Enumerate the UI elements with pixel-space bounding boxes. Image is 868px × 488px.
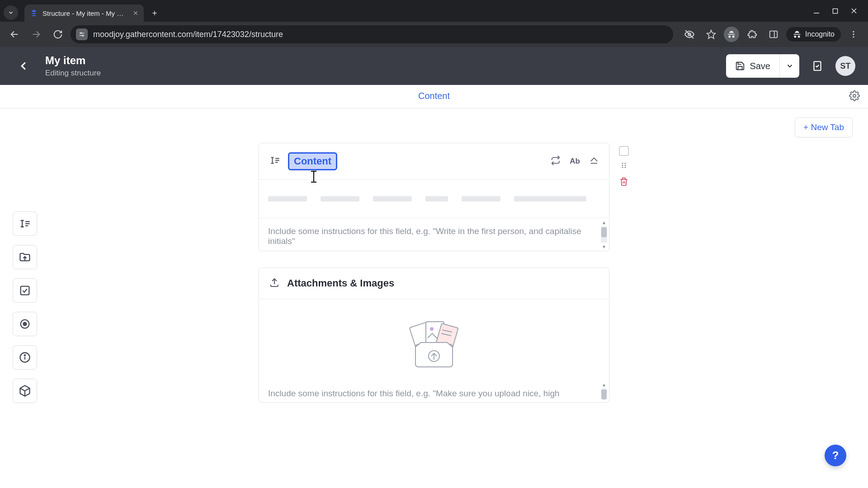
- arrow-right-icon: [31, 29, 41, 39]
- tab-search-button[interactable]: [4, 5, 18, 20]
- svg-point-40: [622, 167, 623, 168]
- instruction-input[interactable]: Include some instructions for this field…: [259, 218, 609, 251]
- browser-chrome: Structure - My item - My websi ✕ moodjoy…: [0, 0, 868, 47]
- eye-off-button[interactable]: [680, 25, 698, 43]
- side-panel-button[interactable]: [764, 25, 783, 43]
- new-tab-button[interactable]: [148, 7, 161, 19]
- svg-point-10: [80, 33, 82, 34]
- toolbar-right: Incognito: [680, 25, 863, 43]
- close-tab-icon[interactable]: ✕: [133, 9, 138, 17]
- svg-point-38: [622, 165, 623, 166]
- limit-toggle[interactable]: [589, 155, 599, 167]
- chevron-down-icon: [8, 9, 14, 16]
- incognito-label: Incognito: [805, 30, 835, 38]
- field-header: Attachments & Images: [259, 268, 609, 299]
- format-toggle[interactable]: Ab: [570, 157, 580, 166]
- tab-title: Structure - My item - My websi: [42, 9, 128, 17]
- svg-point-41: [625, 167, 626, 168]
- address-bar[interactable]: moodjoy.gathercontent.com/item/17423032/…: [71, 25, 673, 43]
- document-check-icon: [811, 60, 823, 72]
- instruction-placeholder: Include some instructions for this field…: [268, 389, 560, 398]
- instruction-placeholder: Include some instructions for this field…: [268, 226, 581, 246]
- text-field-icon: [269, 155, 281, 168]
- select-field-checkbox[interactable]: [619, 146, 629, 156]
- kebab-icon: [849, 30, 858, 39]
- grip-icon: [620, 161, 628, 169]
- help-button[interactable]: ?: [825, 445, 846, 466]
- gear-icon: [849, 90, 860, 101]
- maximize-button[interactable]: [832, 8, 838, 14]
- plus-icon: [151, 9, 158, 17]
- content-view-button[interactable]: [808, 57, 826, 75]
- app-header: My item Editing structure Save ST: [0, 47, 868, 85]
- editor-canvas: Content Ab Include some instructions for…: [0, 117, 868, 488]
- field-header: Content Ab: [259, 143, 609, 180]
- extensions-button[interactable]: [743, 25, 761, 43]
- repeat-icon: [551, 155, 561, 165]
- field-card-attachments[interactable]: Attachments & Images: [259, 267, 609, 403]
- tab-content[interactable]: Content: [415, 85, 453, 108]
- field-name-input[interactable]: Content: [288, 152, 337, 170]
- svg-point-39: [625, 165, 626, 166]
- incognito-icon: [793, 30, 802, 39]
- field-name[interactable]: Attachments & Images: [287, 277, 394, 289]
- tune-icon: [78, 31, 85, 38]
- trash-icon: [619, 177, 628, 186]
- save-label: Save: [750, 61, 770, 71]
- upload-icon: [269, 277, 280, 290]
- site-info-button[interactable]: [76, 28, 88, 40]
- svg-point-37: [625, 163, 626, 164]
- reload-icon: [53, 29, 63, 39]
- drag-handle[interactable]: [620, 161, 628, 172]
- field-card-content[interactable]: Content Ab Include some instructions for…: [259, 143, 609, 251]
- content-placeholder-row: [259, 180, 609, 218]
- bookmark-button[interactable]: [702, 25, 720, 43]
- star-icon: [706, 29, 716, 39]
- repeatable-toggle[interactable]: [551, 155, 561, 167]
- limit-icon: [589, 155, 599, 165]
- browser-menu-button[interactable]: [844, 25, 863, 43]
- svg-point-36: [622, 163, 623, 164]
- chevron-left-icon: [17, 59, 30, 73]
- incognito-chip[interactable]: Incognito: [786, 27, 841, 42]
- close-window-button[interactable]: [851, 8, 857, 14]
- delete-field-button[interactable]: [619, 177, 628, 188]
- svg-point-45: [430, 327, 434, 331]
- gathercontent-favicon: [30, 9, 38, 17]
- arrow-left-icon: [9, 29, 19, 39]
- svg-point-19: [853, 36, 854, 38]
- window-controls: [813, 0, 868, 22]
- instruction-scrollbar[interactable]: ▴ ▾: [600, 381, 608, 401]
- panel-icon: [769, 29, 778, 39]
- save-button-group: Save: [726, 54, 799, 78]
- scroll-down-icon[interactable]: ▾: [603, 244, 605, 250]
- svg-point-21: [853, 94, 856, 97]
- scroll-up-icon[interactable]: ▴: [603, 219, 605, 225]
- url-text: moodjoy.gathercontent.com/item/17423032/…: [93, 30, 283, 39]
- item-title: My item: [45, 54, 101, 67]
- scroll-up-icon[interactable]: ▴: [603, 381, 605, 388]
- tab-nav: Content: [0, 85, 868, 108]
- save-button[interactable]: Save: [726, 54, 779, 78]
- eye-off-icon: [684, 29, 695, 40]
- save-dropdown[interactable]: [779, 54, 799, 78]
- instruction-input[interactable]: Include some instructions for this field…: [259, 380, 609, 402]
- back-to-items-button[interactable]: [13, 55, 34, 77]
- svg-rect-15: [770, 31, 778, 38]
- browser-toolbar: moodjoy.gathercontent.com/item/17423032/…: [0, 22, 868, 47]
- forward-button[interactable]: [27, 25, 45, 43]
- tab-settings-button[interactable]: [849, 90, 860, 103]
- minimize-button[interactable]: [813, 8, 820, 14]
- reload-button[interactable]: [49, 25, 67, 43]
- attachment-dropzone[interactable]: [259, 299, 609, 380]
- attachment-illustration: [393, 317, 475, 371]
- profile-button[interactable]: [724, 27, 739, 42]
- svg-point-18: [853, 33, 854, 35]
- back-button[interactable]: [5, 25, 24, 43]
- svg-marker-14: [707, 30, 715, 38]
- instruction-scrollbar[interactable]: ▴ ▾: [600, 219, 608, 250]
- svg-point-11: [82, 35, 84, 36]
- user-avatar[interactable]: ST: [835, 56, 855, 76]
- browser-tab[interactable]: Structure - My item - My websi ✕: [24, 5, 144, 22]
- chevron-down-icon: [786, 62, 794, 70]
